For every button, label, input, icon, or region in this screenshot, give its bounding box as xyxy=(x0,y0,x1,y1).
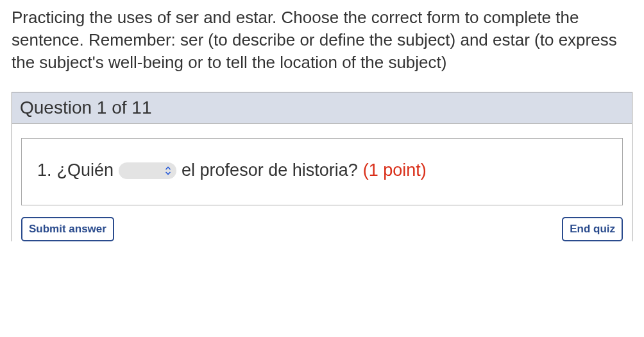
question-body-wrap: 1. ¿Quién el profesor de historia? (1 po… xyxy=(12,124,632,205)
question-body: 1. ¿Quién el profesor de historia? (1 po… xyxy=(21,138,623,205)
question-prefix: ¿Quién xyxy=(57,160,114,180)
instructions-text: Practicing the uses of ser and estar. Ch… xyxy=(12,6,632,74)
quiz-page: Practicing the uses of ser and estar. Ch… xyxy=(0,0,644,241)
question-number: 1. xyxy=(37,160,52,180)
question-line: 1. ¿Quién el profesor de historia? (1 po… xyxy=(37,160,607,180)
question-points: (1 point) xyxy=(363,160,427,180)
chevron-up-down-icon xyxy=(165,166,171,175)
end-quiz-button[interactable]: End quiz xyxy=(562,217,623,241)
button-row: Submit answer End quiz xyxy=(12,205,632,241)
answer-dropdown[interactable] xyxy=(119,162,176,179)
submit-answer-button[interactable]: Submit answer xyxy=(21,217,114,241)
question-header: Question 1 of 11 xyxy=(12,92,632,124)
question-suffix: el profesor de historia? xyxy=(182,160,358,180)
quiz-container: Question 1 of 11 1. ¿Quién el profesor d… xyxy=(12,92,632,241)
